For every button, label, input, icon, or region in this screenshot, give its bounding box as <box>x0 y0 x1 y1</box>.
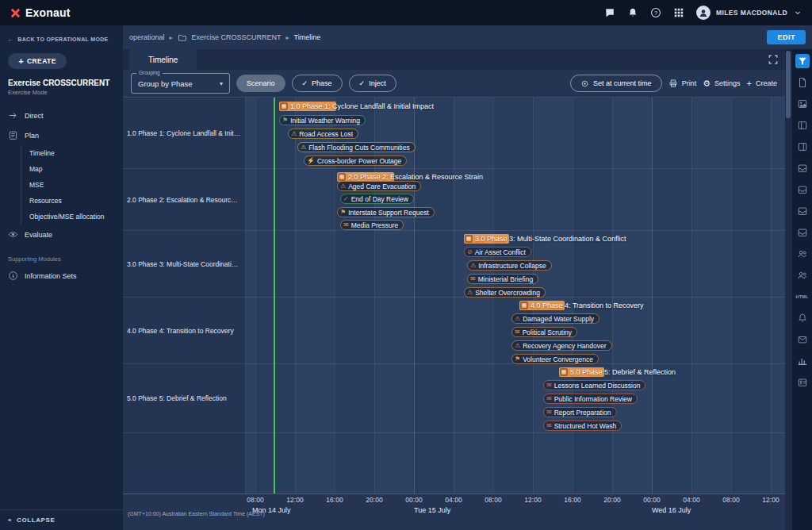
inject-pill[interactable]: ⚠Damaged Water Supply <box>511 313 599 324</box>
panel-left-icon[interactable] <box>795 118 810 132</box>
vertical-scrollbar[interactable] <box>785 49 791 530</box>
chat-icon[interactable] <box>604 7 615 18</box>
user-menu[interactable]: MILES MACDONALD <box>696 6 802 20</box>
gantt-chart: 1.0 Phase 1: Cyclone Landfall & Initial … <box>123 97 785 494</box>
inject-icon: ⚑ <box>282 117 288 124</box>
inject-label: Structured Hot Wash <box>554 422 617 430</box>
create-inject-button[interactable]: + Create <box>747 79 777 88</box>
back-to-operational-link[interactable]: ← BACK TO OPERATIONAL MODE <box>0 33 123 45</box>
fullscreen-icon[interactable] <box>768 54 779 65</box>
inject-label: Initial Weather Warning <box>290 117 360 125</box>
inject-pill[interactable]: ✉Lessons Learned Discussion <box>543 380 645 390</box>
sidebar-item-map[interactable]: Map <box>21 161 123 177</box>
breadcrumb-operational[interactable]: operational <box>129 33 165 41</box>
calendar-icon: ▦ <box>280 102 288 110</box>
inject-pill[interactable]: ✉Structured Hot Wash <box>543 421 622 431</box>
inject-tray-1-icon[interactable] <box>795 161 810 175</box>
sidebar-item-timeline[interactable]: Timeline <box>21 145 123 161</box>
inject-pill[interactable]: ✉Report Preparation <box>543 407 617 417</box>
inject-toggle[interactable]: ✓ Inject <box>349 75 396 92</box>
inject-icon: ✉ <box>546 409 552 416</box>
plus-icon: + <box>18 57 24 66</box>
sidebar-item-direct[interactable]: Direct <box>0 106 123 125</box>
app-logo[interactable]: Exonaut <box>10 6 71 19</box>
reports-icon[interactable] <box>795 354 810 368</box>
caret-down-icon: ▾ <box>220 80 223 87</box>
inject-pill[interactable]: ✉Ministerial Briefing <box>467 274 538 284</box>
messages-icon[interactable] <box>795 332 810 347</box>
phase-bar[interactable]: ▦5.0 Phase 5: Debrief & Reflection <box>559 367 604 377</box>
current-time-line <box>274 98 275 494</box>
grouping-value: Group by Phase <box>138 79 215 88</box>
bell-icon[interactable] <box>627 7 638 18</box>
notifications-icon[interactable] <box>795 311 810 325</box>
image-panel-icon[interactable] <box>795 97 810 111</box>
inject-pill[interactable]: ✓End of Day Review <box>340 194 414 204</box>
inject-pill[interactable]: ⚠Flash Flooding Cuts Communities <box>297 142 416 152</box>
sidebar-item-resources[interactable]: Resources <box>21 193 123 209</box>
inject-tray-4-icon[interactable] <box>795 225 810 240</box>
sidebar-item-objective-mse-allocation[interactable]: Objective/MSE allocation <box>21 209 123 225</box>
phase-bar[interactable]: ▦1.0 Phase 1: Cyclone Landfall & Initial… <box>279 102 336 111</box>
inject-pill[interactable]: ⚠Road Access Lost <box>288 129 358 139</box>
inject-pill[interactable]: ⚠Shelter Overcrowding <box>464 287 546 298</box>
html-icon[interactable]: HTML <box>795 290 810 304</box>
sidebar-item-plan[interactable]: Plan <box>0 125 123 145</box>
inject-tray-3-icon[interactable] <box>795 204 810 218</box>
inject-pill[interactable]: ✉Political Scrutiny <box>511 327 577 337</box>
sidebar-item-information-sets[interactable]: Information Sets <box>0 266 123 286</box>
apps-grid-icon[interactable] <box>673 7 684 18</box>
inject-pill[interactable]: ⚑Volunteer Convergence <box>511 354 599 364</box>
set-current-time-button[interactable]: Set at current time <box>570 75 662 92</box>
inject-label: Media Pressure <box>351 221 399 229</box>
help-icon[interactable]: ? <box>650 7 661 18</box>
create-button[interactable]: + CREATE <box>8 53 67 69</box>
exercise-name: Exercise CROSSCURRENT <box>0 79 123 87</box>
document-icon[interactable] <box>795 75 810 90</box>
inject-icon: ⚑ <box>515 356 520 363</box>
filter-icon[interactable] <box>795 54 810 68</box>
inject-tray-2-icon[interactable] <box>795 182 810 197</box>
timeline-toolbar: Grouping Group by Phase ▾ Scenario ✓ Pha… <box>123 70 785 97</box>
inject-pill[interactable]: ⚠Aged Care Evacuation <box>337 181 421 191</box>
panel-right-icon[interactable] <box>795 140 810 154</box>
scrollbar-thumb[interactable] <box>786 51 791 118</box>
inject-icon: ⚠ <box>301 144 306 151</box>
phase-bar-label: 4.0 Phase 4: Transition to Recovery <box>530 301 644 309</box>
collapse-button[interactable]: « COLLAPSE <box>0 509 123 530</box>
phase-bar[interactable]: ▦3.0 Phase 3: Multi-State Coordination &… <box>464 234 509 244</box>
settings-button[interactable]: ⚙ Settings <box>703 79 740 88</box>
inject-pill[interactable]: ⚠Recovery Agency Handover <box>511 340 612 351</box>
inject-pill[interactable]: ⚠Infrastructure Collapse <box>467 260 552 271</box>
inject-pill[interactable]: ✉Public Information Review <box>543 394 638 404</box>
contacts-icon[interactable] <box>795 375 810 390</box>
print-button[interactable]: Print <box>668 79 697 88</box>
sidebar-item-mse[interactable]: MSE <box>21 177 123 193</box>
chevron-right-icon: ▸ <box>286 34 289 41</box>
inject-icon: ⚡ <box>307 158 315 164</box>
chevron-down-icon <box>793 8 802 17</box>
gear-icon: ⚙ <box>703 79 710 88</box>
breadcrumb-exercise[interactable]: Exercise CROSSCURRENT <box>192 33 282 41</box>
inject-pill[interactable]: ⚑Interstate Support Request <box>337 207 435 217</box>
inject-pill[interactable]: ✉Media Pressure <box>340 220 404 230</box>
teams-1-icon[interactable] <box>795 247 810 261</box>
sidebar-item-evaluate[interactable]: Evaluate <box>0 225 123 244</box>
edit-button[interactable]: EDIT <box>767 30 806 44</box>
phase-bar[interactable]: ▦4.0 Phase 4: Transition to Recovery <box>519 301 565 310</box>
inject-pill[interactable]: ⚡Cross-border Power Outage <box>304 156 407 166</box>
phase-toggle[interactable]: ✓ Phase <box>292 75 343 92</box>
scenario-toggle[interactable]: Scenario <box>236 75 285 92</box>
axis-tick-label: 00:00 <box>643 496 660 504</box>
inject-label: End of Day Review <box>351 195 408 203</box>
axis-tick-label: 08:00 <box>485 496 501 504</box>
grouping-select[interactable]: Grouping Group by Phase ▾ <box>131 73 230 94</box>
teams-2-icon[interactable] <box>795 268 810 282</box>
inject-pill[interactable]: ⊘Air Asset Conflict <box>464 247 531 257</box>
logo-x-icon <box>10 7 21 19</box>
axis-tick-label: 08:00 <box>722 496 739 504</box>
axis-tick-label: 08:00 <box>247 496 263 504</box>
tab-timeline[interactable]: Timeline <box>129 49 197 70</box>
inject-pill[interactable]: ⚑Initial Weather Warning <box>279 115 366 125</box>
sidebar-nav: Direct Plan Timeline Map MSE Resources O… <box>0 106 123 244</box>
